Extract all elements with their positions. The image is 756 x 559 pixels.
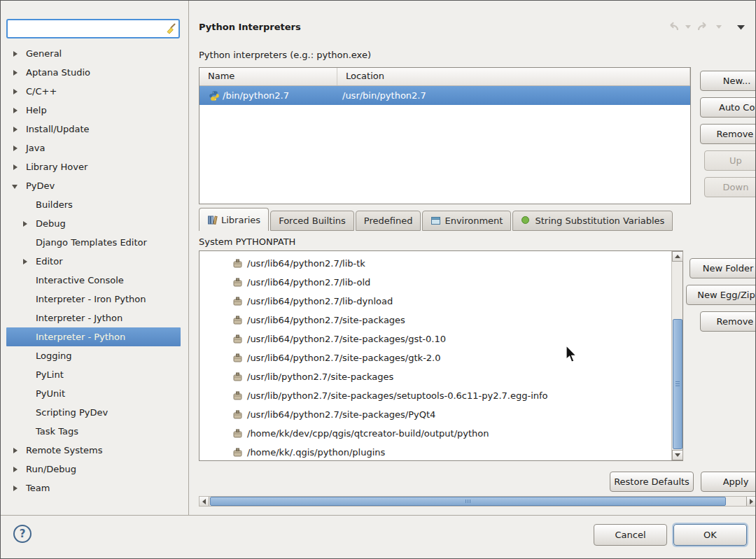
pythonpath-item[interactable]: /usr/lib64/python2.7/lib-old xyxy=(200,273,682,292)
chevron-right-icon[interactable] xyxy=(21,220,29,228)
clear-filter-icon[interactable] xyxy=(163,21,178,36)
pythonpath-item[interactable]: /usr/lib/python2.7/site-packages xyxy=(200,367,682,386)
help-button[interactable]: ? xyxy=(13,525,31,543)
lib-remove-button[interactable]: Remove xyxy=(700,311,756,332)
pythonpath-item-label: /usr/lib64/python2.7/lib-old xyxy=(247,277,370,288)
horizontal-scrollbar[interactable] xyxy=(199,496,756,507)
scroll-down-icon[interactable] xyxy=(672,450,683,460)
scroll-left-icon[interactable] xyxy=(200,497,209,506)
restore-defaults-button[interactable]: Restore Defaults xyxy=(610,472,694,492)
pythonpath-item[interactable]: /usr/lib64/python2.7/site-packages xyxy=(200,311,682,330)
back-icon[interactable] xyxy=(666,22,680,33)
sidebar-item-run-debug[interactable]: Run/Debug xyxy=(6,460,181,479)
sidebar-item-pylint[interactable]: PyLint xyxy=(6,365,181,384)
libraries-icon xyxy=(207,215,218,225)
sidebar-item-interactive-console[interactable]: Interactive Console xyxy=(6,271,181,290)
sidebar-item-debug[interactable]: Debug xyxy=(6,214,181,233)
sidebar-item-builders[interactable]: Builders xyxy=(6,195,181,214)
sidebar-item-label: Install/Update xyxy=(26,124,90,134)
scroll-up-icon[interactable] xyxy=(672,251,683,262)
chevron-right-icon[interactable] xyxy=(11,163,20,171)
chevron-right-icon[interactable] xyxy=(11,87,20,96)
sidebar-item-label: Interpreter - Iron Python xyxy=(36,294,146,304)
sidebar-item-pyunit[interactable]: PyUnit xyxy=(6,384,181,403)
pythonpath-item[interactable]: /home/kk/.qgis/python/plugins xyxy=(200,443,682,461)
tab-environment[interactable]: Environment xyxy=(422,211,511,231)
sidebar-item-label: Logging xyxy=(36,351,72,361)
sidebar-item-scripting-pydev[interactable]: Scripting PyDev xyxy=(6,403,181,422)
pythonpath-item-label: /usr/lib64/python2.7/site-packages/gtk-2… xyxy=(247,353,441,363)
sidebar-item-label: General xyxy=(26,48,62,59)
sidebar-item-interpreter-python[interactable]: Interpreter - Python xyxy=(6,327,181,346)
interp-new-button[interactable]: New... xyxy=(700,71,756,91)
chevron-right-icon[interactable] xyxy=(11,106,20,115)
interpreter-row[interactable]: /bin/python2.7/usr/bin/python2.7 xyxy=(200,86,690,105)
apply-button[interactable]: Apply xyxy=(701,472,756,492)
chevron-right-icon[interactable] xyxy=(11,484,20,493)
lib-new-egg-zip-button[interactable]: New Egg/Zip xyxy=(686,285,756,305)
interpreter-name-cell: /bin/python2.7 xyxy=(200,90,337,101)
sidebar-item-c-c[interactable]: C/C++ xyxy=(6,82,181,101)
chevron-right-icon[interactable] xyxy=(11,446,20,455)
pythonpath-item[interactable]: /usr/lib64/python2.7/lib-tk xyxy=(200,254,682,273)
egg-icon xyxy=(232,277,243,288)
view-menu-icon[interactable] xyxy=(737,25,745,30)
tab-forced-builtins[interactable]: Forced Builtins xyxy=(270,211,354,231)
sidebar-item-label: Editor xyxy=(36,256,62,267)
column-header-location[interactable]: Location xyxy=(337,68,690,85)
vertical-scrollbar-thumb[interactable] xyxy=(673,319,682,449)
tab-libraries[interactable]: Libraries xyxy=(199,208,269,231)
pythonpath-item[interactable]: /home/kk/dev/cpp/qgis/qtcreator-build/ou… xyxy=(200,424,682,443)
sidebar-item-remote-systems[interactable]: Remote Systems xyxy=(6,441,181,460)
cancel-button[interactable]: Cancel xyxy=(594,524,667,546)
tab-predefined[interactable]: Predefined xyxy=(356,211,421,231)
pythonpath-item[interactable]: /usr/lib/python2.7/site-packages/setupto… xyxy=(200,386,682,405)
tab-string-substitution-variables[interactable]: String Substitution Variables xyxy=(512,211,673,231)
chevron-down-icon[interactable] xyxy=(11,182,20,190)
chevron-right-icon[interactable] xyxy=(11,69,20,77)
page-title: Python Interpreters xyxy=(199,22,301,32)
sidebar-item-interpreter-jython[interactable]: Interpreter - Jython xyxy=(6,309,181,327)
sidebar-item-general[interactable]: General xyxy=(6,44,181,63)
sidebar-item-pydev[interactable]: PyDev xyxy=(6,176,181,195)
sidebar-item-aptana-studio[interactable]: Aptana Studio xyxy=(6,63,181,82)
sidebar-item-task-tags[interactable]: Task Tags xyxy=(6,422,181,441)
chevron-right-icon[interactable] xyxy=(11,50,20,58)
sidebar-item-label: PyLint xyxy=(36,369,64,380)
chevron-right-icon[interactable] xyxy=(11,125,20,134)
ok-button[interactable]: OK xyxy=(673,524,747,546)
sidebar-item-help[interactable]: Help xyxy=(6,101,181,120)
sidebar-item-team[interactable]: Team xyxy=(6,479,181,497)
horizontal-scrollbar-thumb[interactable] xyxy=(210,497,726,506)
sidebar-item-java[interactable]: Java xyxy=(6,139,181,157)
sidebar-item-install-update[interactable]: Install/Update xyxy=(6,120,181,139)
pythonpath-item[interactable]: /usr/lib64/python2.7/site-packages/PyQt4 xyxy=(200,405,682,424)
chevron-right-icon[interactable] xyxy=(11,465,20,474)
vertical-scrollbar[interactable] xyxy=(671,251,682,460)
scroll-right-icon[interactable] xyxy=(746,497,756,506)
egg-icon xyxy=(232,353,243,363)
pythonpath-item[interactable]: /usr/lib64/python2.7/site-packages/gst-0… xyxy=(200,330,682,348)
sidebar-item-label: Interactive Console xyxy=(36,275,124,285)
forward-icon[interactable] xyxy=(696,22,710,33)
sidebar-item-library-hover[interactable]: Library Hover xyxy=(6,157,181,176)
column-header-name[interactable]: Name xyxy=(200,68,337,85)
lib-new-folder-button[interactable]: New Folder xyxy=(690,258,756,278)
filter-input[interactable] xyxy=(8,20,163,37)
interp-auto-config-button[interactable]: Auto Config xyxy=(700,97,756,118)
system-pythonpath-label: System PYTHONPATH xyxy=(199,236,295,247)
pythonpath-item[interactable]: /usr/lib64/python2.7/site-packages/gtk-2… xyxy=(200,348,682,367)
sidebar-item-interpreter-iron-python[interactable]: Interpreter - Iron Python xyxy=(6,290,181,309)
back-dropdown-icon[interactable] xyxy=(685,25,691,29)
sidebar-item-logging[interactable]: Logging xyxy=(6,346,181,365)
forward-dropdown-icon[interactable] xyxy=(716,25,722,29)
sidebar-item-django-templates-editor[interactable]: Django Templates Editor xyxy=(6,233,181,252)
interp-remove-button[interactable]: Remove xyxy=(700,124,756,144)
chevron-right-icon[interactable] xyxy=(11,144,20,153)
egg-icon xyxy=(232,315,243,325)
sidebar-item-label: PyDev xyxy=(26,181,55,191)
sidebar-item-editor[interactable]: Editor xyxy=(6,252,181,271)
chevron-right-icon[interactable] xyxy=(21,257,29,266)
pythonpath-item[interactable]: /usr/lib64/python2.7/lib-dynload xyxy=(200,292,682,311)
interpreters-table: Name Location /bin/python2.7/usr/bin/pyt… xyxy=(199,67,691,204)
